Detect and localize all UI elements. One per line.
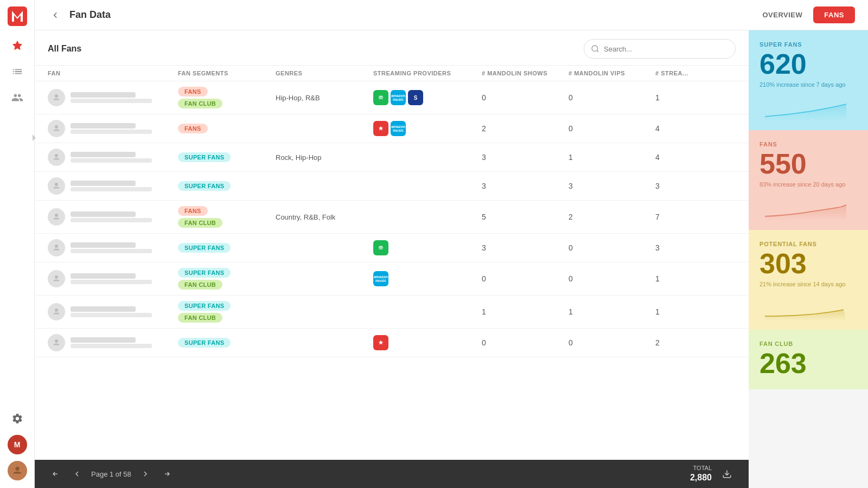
fan-name bbox=[71, 152, 136, 157]
fan-email bbox=[71, 99, 152, 103]
fan-info bbox=[71, 181, 152, 191]
tab-overview[interactable]: OVERVIEW bbox=[751, 7, 813, 23]
nav-users[interactable] bbox=[7, 87, 28, 108]
table-row[interactable]: FANSFAN CLUBHip-Hop, R&BamazonmusicS001 bbox=[35, 81, 749, 114]
page-first-button[interactable] bbox=[48, 466, 63, 481]
fan-email bbox=[71, 187, 152, 191]
fan-name bbox=[71, 92, 136, 98]
nav-settings[interactable] bbox=[7, 408, 28, 429]
fan-email bbox=[71, 158, 152, 163]
search-input[interactable] bbox=[604, 45, 729, 53]
provider-icon-amazon: amazonmusic bbox=[373, 271, 388, 286]
fan-avatar bbox=[48, 120, 65, 137]
table-row[interactable]: SUPER FANSFAN CLUBamazonmusic001 bbox=[35, 262, 749, 296]
page-prev-button[interactable] bbox=[69, 466, 85, 481]
provider-icon-amazon: amazonmusic bbox=[391, 121, 406, 136]
stat-card-fans: FANS 550 83% increase since 20 days ago bbox=[749, 130, 868, 230]
streams-count: 1 bbox=[655, 93, 710, 102]
fan-email bbox=[71, 313, 152, 317]
fan-email bbox=[71, 249, 152, 253]
table-row[interactable]: SUPER FANS303 bbox=[35, 234, 749, 262]
streams-count: 4 bbox=[655, 153, 710, 162]
all-fans-title: All Fans bbox=[48, 44, 81, 54]
download-button[interactable] bbox=[718, 465, 736, 483]
svg-point-2 bbox=[15, 467, 19, 471]
svg-point-9 bbox=[55, 154, 58, 157]
table-row[interactable]: SUPER FANS333 bbox=[35, 172, 749, 201]
streams-count: 3 bbox=[655, 243, 710, 252]
pagination-bar: Page 1 of 58 TOTAL 2,880 bbox=[35, 460, 749, 488]
back-button[interactable] bbox=[48, 8, 63, 23]
top-header: Fan Data OVERVIEW FANS bbox=[35, 0, 868, 30]
providers-cell: amazonmusicS bbox=[373, 90, 482, 105]
col-streams: # STREA... bbox=[655, 70, 710, 76]
table-row[interactable]: FANSFAN CLUBCountry, R&B, Folk527 bbox=[35, 201, 749, 234]
segments-cell: SUPER FANSFAN CLUB bbox=[178, 301, 276, 323]
fan-cell bbox=[48, 334, 178, 351]
fan-cell bbox=[48, 208, 178, 226]
stat-chart bbox=[760, 194, 857, 221]
shows-count: 1 bbox=[482, 307, 569, 316]
fan-info bbox=[71, 123, 152, 134]
vips-count: 0 bbox=[569, 274, 655, 283]
vips-count: 0 bbox=[569, 124, 655, 133]
fan-avatar bbox=[48, 239, 65, 256]
fan-info bbox=[71, 211, 152, 222]
svg-rect-0 bbox=[8, 7, 27, 26]
fan-cell bbox=[48, 303, 178, 320]
fan-info bbox=[71, 337, 152, 348]
table-row[interactable]: FANSamazonmusic204 bbox=[35, 114, 749, 143]
segment-badge: FAN CLUB bbox=[178, 280, 222, 290]
segment-badge: SUPER FANS bbox=[178, 181, 231, 191]
stat-number: 620 bbox=[760, 50, 857, 78]
col-fan: FAN bbox=[48, 70, 178, 76]
app-logo[interactable] bbox=[8, 7, 27, 26]
vips-count: 0 bbox=[569, 338, 655, 347]
provider-icon-spotify bbox=[373, 240, 388, 255]
fan-name bbox=[71, 273, 136, 279]
stat-number: 303 bbox=[760, 249, 857, 278]
col-vips: # MANDOLIN VIPS bbox=[569, 70, 655, 76]
body-area: All Fans FAN FAN SEGMENTS GENRES STREAMI… bbox=[35, 30, 868, 488]
fan-cell bbox=[48, 149, 178, 166]
col-genres: GENRES bbox=[276, 70, 373, 76]
fan-name bbox=[71, 211, 136, 217]
shows-count: 3 bbox=[482, 182, 569, 190]
shows-count: 0 bbox=[482, 338, 569, 347]
table-head: FAN FAN SEGMENTS GENRES STREAMING PROVID… bbox=[35, 66, 749, 81]
col-shows: # MANDOLIN SHOWS bbox=[482, 70, 569, 76]
table-row[interactable]: SUPER FANSRock, Hip-Hop314 bbox=[35, 143, 749, 172]
segment-badge: SUPER FANS bbox=[178, 338, 231, 348]
provider-icon-google bbox=[373, 335, 388, 350]
stat-label: SUPER FANS bbox=[760, 41, 857, 48]
nav-user-photo[interactable] bbox=[7, 460, 28, 481]
streams-count: 1 bbox=[655, 307, 710, 316]
data-table: FANSFAN CLUBHip-Hop, R&BamazonmusicS001 … bbox=[35, 81, 749, 460]
table-row[interactable]: SUPER FANSFAN CLUB111 bbox=[35, 296, 749, 329]
segment-badge: SUPER FANS bbox=[178, 268, 231, 278]
segments-cell: SUPER FANS bbox=[178, 181, 276, 191]
segments-cell: SUPER FANS bbox=[178, 338, 276, 348]
segments-cell: FANSFAN CLUB bbox=[178, 87, 276, 108]
svg-line-4 bbox=[597, 50, 598, 52]
total-label: TOTAL 2,880 bbox=[690, 464, 712, 483]
table-row[interactable]: SUPER FANS002 bbox=[35, 329, 749, 357]
nav-user-m[interactable]: M bbox=[7, 434, 28, 455]
fan-info bbox=[71, 242, 152, 253]
genre-cell: Rock, Hip-Hop bbox=[276, 153, 373, 162]
tab-fans[interactable]: FANS bbox=[813, 7, 855, 23]
page-next-button[interactable] bbox=[138, 466, 153, 481]
main-content: Fan Data OVERVIEW FANS All Fans FAN FAN … bbox=[35, 0, 868, 488]
search-box[interactable] bbox=[584, 39, 736, 59]
left-navigation: M bbox=[0, 0, 35, 488]
fan-name bbox=[71, 306, 136, 312]
fan-info bbox=[71, 306, 152, 317]
fan-name bbox=[71, 123, 136, 129]
col-providers: STREAMING PROVIDERS bbox=[373, 70, 482, 76]
nav-star[interactable] bbox=[7, 35, 28, 56]
page-last-button[interactable] bbox=[159, 466, 175, 481]
vips-count: 2 bbox=[569, 213, 655, 221]
fan-cell bbox=[48, 89, 178, 106]
svg-point-15 bbox=[55, 309, 58, 312]
nav-list[interactable] bbox=[7, 61, 28, 82]
